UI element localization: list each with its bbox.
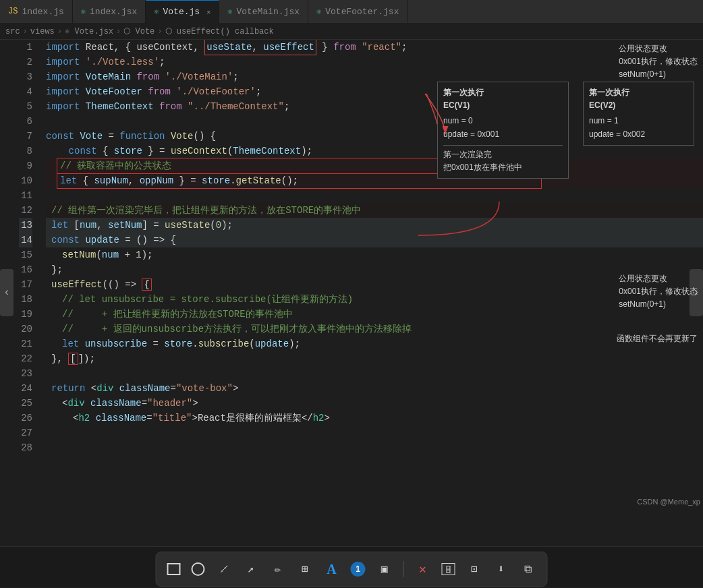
tab-label: VoteFooter.jsx — [325, 7, 399, 17]
code-line-14: const update = () => { — [46, 233, 703, 247]
screenshot-tool[interactable]: ▣ — [376, 561, 393, 577]
crop-tool[interactable]: ⊟ — [442, 563, 455, 575]
code-line-22: }, []); — [46, 351, 703, 366]
tab-label: index.jsx — [90, 7, 137, 17]
tab-close-icon[interactable]: ✕ — [206, 8, 210, 16]
top-right-annotation: 公用状态更改0x001执行，修改状态setNum(0+1) — [619, 42, 698, 82]
jsx-icon: ⚛ — [316, 7, 321, 17]
code-line-16: }; — [46, 262, 703, 277]
code-line-26: <h2 className="title">React是很棒的前端框架</h2> — [46, 411, 703, 425]
code-line-2: import './Vote.less'; — [46, 55, 703, 69]
tab-bar: JS index.js ⚛ index.jsx ⚛ Vote.js ✕ ⚛ Vo… — [0, 0, 703, 24]
grid-tool[interactable]: ⊞ — [297, 561, 313, 577]
ecv1-annotation: 第一次执行EC(V1) num = 0update = 0x001 第一次渲染完… — [437, 82, 569, 179]
line-tool[interactable]: ⟋ — [216, 561, 232, 577]
code-line-8: const { store } = useContext(ThemeContex… — [46, 144, 703, 158]
bottom-right-annotation: 函数组件不会再更新了 — [617, 332, 698, 345]
number-badge[interactable]: 1 — [351, 562, 366, 577]
circle-tool[interactable] — [192, 562, 205, 576]
tab-label: Vote.js — [163, 7, 200, 17]
code-line-21: let unsubscribe = store.subscribe(update… — [46, 336, 703, 351]
code-line-12: // 组件第一次渲染完毕后，把让组件更新的方法，放在STORE的事件池中 — [46, 203, 703, 218]
code-line-25: <div className="header"> — [46, 396, 703, 411]
code-line-24: return <div className="vote-box"> — [46, 381, 703, 396]
tab-votefooter-jsx[interactable]: ⚛ VoteFooter.jsx — [308, 0, 407, 24]
code-line-13: let [num, setNum] = useState(0); — [46, 218, 703, 233]
download-tool[interactable]: ⬇ — [493, 561, 509, 577]
mid-right-annotation: 公用状态更改0x001执行，修改状态setNum(0+1) — [619, 272, 698, 312]
code-line-1: import React, { useContext, useState, us… — [46, 40, 703, 55]
save-tool[interactable]: ⊡ — [466, 561, 482, 577]
tab-votemain-jsx[interactable]: ⚛ VoteMain.jsx — [219, 0, 308, 24]
jsx-icon: ⚛ — [154, 7, 159, 17]
drawing-toolbar: ⟋ ↗ ✏ ⊞ A 1 ▣ ✕ ⊟ ⊡ ⬇ ⧉ — [156, 552, 548, 587]
code-line-20: // + 返回的unsubscribe方法执行，可以把刚才放入事件池中的方法移除… — [46, 322, 703, 336]
code-line-18: // let unsubscribe = store.subscribe(让组件… — [46, 292, 703, 307]
copy-tool[interactable]: ⧉ — [520, 561, 536, 577]
ecv2-annotation: 第一次执行EC(V2) num = 1update = 0x002 — [583, 82, 694, 146]
code-line-9: // 获取容器中的公共状态 — [46, 158, 703, 173]
tab-vote-js[interactable]: ⚛ Vote.js ✕ — [146, 0, 219, 24]
arrow-tool[interactable]: ↗ — [243, 561, 259, 577]
code-line-15: setNum(num + 1); — [46, 247, 703, 262]
tab-index-js[interactable]: JS index.js — [0, 0, 73, 24]
text-tool[interactable]: A — [324, 561, 340, 577]
code-line-11 — [46, 188, 703, 203]
toolbar-separator — [403, 561, 404, 577]
jsx-icon: ⚛ — [227, 7, 232, 17]
code-line-17: useEffect(() => { — [46, 277, 703, 292]
cancel-tool[interactable]: ✕ — [415, 561, 431, 577]
watermark: CSDN @Meme_xp — [637, 498, 700, 506]
jsx-icon: ⚛ — [81, 7, 86, 17]
tab-index-jsx[interactable]: ⚛ index.jsx — [73, 0, 146, 24]
code-line-27 — [46, 425, 703, 440]
code-line-23 — [46, 366, 703, 381]
pen-tool[interactable]: ✏ — [270, 561, 286, 577]
rect-tool[interactable] — [167, 563, 181, 575]
breadcrumb: src › views › ⚛ Vote.jsx › ⬡ Vote › ⬡ us… — [0, 24, 703, 40]
line-numbers: 1 2 3 4 5 6 7 8 9 10 11 12 13 14 15 16 1… — [13, 40, 40, 546]
tab-label: index.js — [22, 7, 63, 17]
code-line-10: let { supNum, oppNum } = store.getState(… — [46, 173, 703, 188]
code-line-28 — [46, 440, 703, 455]
code-line-19: // + 把让组件更新的方法放在STORE的事件池中 — [46, 307, 703, 322]
js-icon: JS — [8, 7, 18, 16]
tab-label: VoteMain.jsx — [236, 7, 300, 17]
